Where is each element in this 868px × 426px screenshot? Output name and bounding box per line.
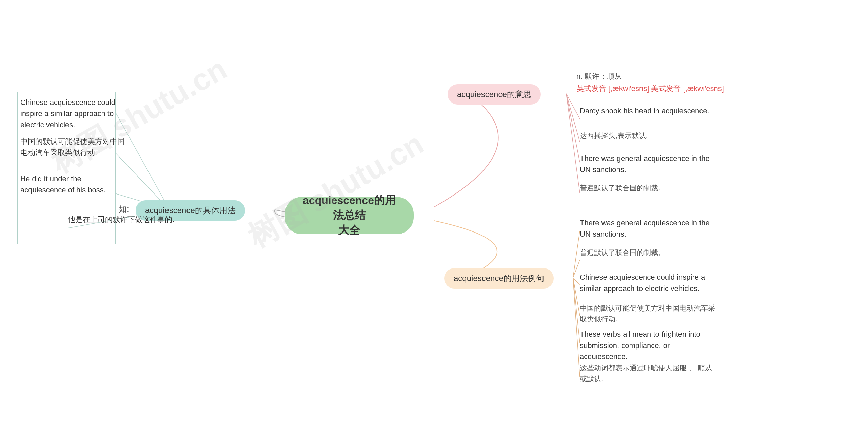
right-example-4-text: 中国的默认可能促使美方对中国电动汽车采取类似行动. [580, 304, 715, 323]
svg-line-15 [573, 278, 580, 377]
svg-line-12 [573, 278, 580, 285]
svg-line-9 [566, 94, 580, 193]
mindmap-container: 树图 shutu.cn 树图 shutu.cn acquiescence的用法总… [0, 0, 868, 426]
right-meaning-leaf-4: 普遍默认了联合国的制裁。 [580, 183, 665, 193]
meaning-branch-node: acquiescence的意思 [448, 84, 541, 105]
meaning-secondary: n. 默许；顺从 [576, 71, 724, 81]
right-example-leaf-3: Chinese acquiescence could inspire a sim… [580, 272, 715, 294]
example-branch-label: acquiescence的用法例句 [454, 274, 544, 283]
right-example-2-text: 普遍默认了联合国的制裁。 [580, 248, 665, 256]
left-leaf-1-text: Chinese acquiescence could inspire a sim… [20, 98, 115, 129]
right-meaning-leaf-1: Darcy shook his head in acquiescence. [580, 105, 709, 116]
meaning-branch-label: acquiescence的意思 [457, 90, 531, 99]
svg-line-6 [566, 94, 580, 119]
left-leaf-4-text: 他是在上司的默许下做这件事的. [68, 215, 174, 224]
meaning-definition-container: n. 默许；顺从 英式发音 [ˌækwi'esns] 美式发音 [ˌækwi'e… [576, 71, 724, 94]
right-meaning-4-text: 普遍默认了联合国的制裁。 [580, 184, 665, 192]
svg-line-13 [573, 278, 580, 316]
right-example-leaf-1: There was general acquiescence in the UN… [580, 217, 715, 240]
right-example-5-text: These verbs all mean to frighten into su… [580, 330, 701, 361]
connector-lines [0, 0, 868, 426]
right-meaning-3-text: There was general acquiescence in the UN… [580, 154, 710, 174]
right-example-leaf-4: 中国的默认可能促使美方对中国电动汽车采取类似行动. [580, 303, 715, 324]
svg-line-11 [573, 260, 580, 278]
right-example-leaf-2: 普遍默认了联合国的制裁。 [580, 247, 665, 258]
left-leaf-4: 他是在上司的默许下做这件事的. [68, 214, 174, 225]
right-meaning-leaf-3: There was general acquiescence in the UN… [580, 153, 715, 175]
right-example-leaf-5: These verbs all mean to frighten into su… [580, 329, 715, 362]
right-example-6-text: 这些动词都表示通过吓唬使人屈服 、 顺从或默认. [580, 364, 712, 383]
meaning-phonetic-text: 英式发音 [ˌækwi'esns] 美式发音 [ˌækwi'esns] [576, 84, 724, 93]
example-branch-node: acquiescence的用法例句 [444, 268, 554, 289]
right-meaning-2-text: 达西摇摇头,表示默认. [580, 132, 648, 140]
center-node: acquiescence的用法总结 大全 [285, 197, 414, 234]
left-leaf-3-text: He did it under the acquiescence of his … [20, 174, 106, 194]
svg-line-14 [573, 278, 580, 343]
center-label: acquiescence的用法总结 大全 [301, 193, 397, 238]
left-leaf-1: Chinese acquiescence could inspire a sim… [20, 97, 129, 130]
left-leaf-2: 中国的默认可能促使美方对中国电动汽车采取类似行动. [20, 136, 129, 158]
label-ru: 如: [119, 204, 129, 215]
right-example-leaf-6: 这些动词都表示通过吓唬使人屈服 、 顺从或默认. [580, 363, 715, 384]
svg-line-10 [573, 231, 580, 278]
right-meaning-leaf-2: 达西摇摇头,表示默认. [580, 130, 648, 141]
right-example-3-text: Chinese acquiescence could inspire a sim… [580, 273, 705, 293]
right-meaning-1-text: Darcy shook his head in acquiescence. [580, 107, 709, 115]
left-leaf-3: He did it under the acquiescence of his … [20, 173, 129, 196]
meaning-phonetic: 英式发音 [ˌækwi'esns] 美式发音 [ˌækwi'esns] [576, 83, 724, 94]
mid-node-usage-label: acquiescence的具体用法 [145, 206, 236, 215]
svg-line-8 [566, 94, 580, 162]
left-leaf-2-text: 中国的默认可能促使美方对中国电动汽车采取类似行动. [20, 137, 125, 157]
right-example-1-text: There was general acquiescence in the UN… [580, 219, 710, 238]
svg-line-7 [566, 94, 580, 142]
